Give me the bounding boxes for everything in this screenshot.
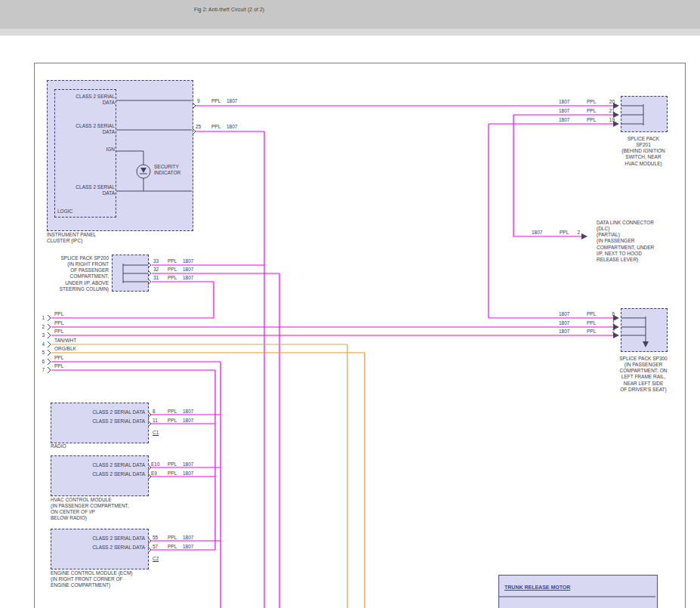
radio-pin8-circuit: 1807: [183, 409, 193, 415]
sp201-box: [621, 96, 668, 132]
ipc-class2-label-2: CLASS 2 SERIAL DATA: [53, 123, 115, 135]
radio-pin8-number: 8: [153, 409, 156, 415]
hvac-class2-label-1: CLASS 2 SERIAL DATA: [55, 462, 145, 468]
ecm-pin55-circuit: 1807: [183, 535, 193, 541]
hvac-pinE10-color: PPL: [168, 461, 177, 468]
sp300-row1-pin: 6: [603, 311, 615, 317]
radio-class2-label-2: CLASS 2 SERIAL DATA: [55, 418, 145, 424]
ecm-pin57-circuit: 1807: [183, 544, 193, 550]
sp300-row3-pin: 2: [603, 329, 615, 335]
hvac-class2-label-2: CLASS 2 SERIAL DATA: [55, 471, 145, 477]
sp200-pin33-color: PPL: [168, 258, 177, 264]
ipc-class2-label-1: CLASS 2 SERIAL DATA: [53, 94, 115, 106]
trunk-release-motor-box: [498, 575, 658, 608]
sp201-row1-circuit: 1807: [559, 99, 569, 105]
wiring-diagram-page: Fig 2: Anti-theft Circuit (2 of 2): [0, 0, 700, 608]
ecm-pin55-color: PPL: [168, 535, 177, 541]
sp300-row2-color: PPL: [587, 320, 596, 326]
dlc-circuit: 1807: [532, 230, 542, 236]
sp200-pin31-number: 31: [153, 275, 159, 281]
hvac-pinE9-circuit: 1807: [183, 471, 193, 477]
left-pin2-number: 2: [35, 324, 45, 330]
dlc-color: PPL: [560, 230, 569, 236]
security-indicator-label: SECURITY INDICATOR: [154, 164, 180, 176]
radio-caption: RADIO: [51, 443, 66, 449]
title-bar-lower-strip: [0, 29, 700, 35]
trunk-release-motor-link[interactable]: TRUNK RELEASE MOTOR: [504, 585, 570, 591]
hvac-pinE9-number: E9: [151, 471, 157, 477]
ipc-pin9-circuit: 1807: [227, 98, 237, 104]
radio-pin8-color: PPL: [168, 409, 177, 415]
left-pin3-number: 3: [35, 332, 45, 338]
left-pin5-color: ORG/BLK: [54, 346, 76, 352]
left-pin3-color: PPL: [54, 329, 63, 335]
dlc-caption: DATA LINK CONNECTOR (DLC) (PARTIAL) (IN …: [597, 220, 683, 263]
left-pin4-number: 4: [35, 341, 45, 347]
left-pin6-number: 6: [35, 359, 45, 365]
hvac-pinE9-color: PPL: [168, 471, 177, 477]
ecm-pin55-number: 55: [153, 535, 158, 541]
left-pin2-color: PPL: [54, 320, 63, 326]
sp300-row1-circuit: 1807: [559, 311, 569, 317]
radio-pin11-number: 11: [153, 418, 158, 424]
ecm-class2-label-1: CLASS 2 SERIAL DATA: [55, 535, 145, 542]
figure-title: Fig 2: Anti-theft Circuit (2 of 2): [194, 7, 264, 13]
sp300-row2-circuit: 1807: [559, 320, 569, 326]
sp201-row2-circuit: 1807: [559, 108, 569, 114]
left-pin7-color: PPL: [54, 363, 63, 369]
ecm-pin57-color: PPL: [168, 544, 177, 550]
title-bar: [0, 0, 700, 29]
ipc-logic-label: LOGIC: [57, 208, 72, 214]
sp200-pin32-circuit: 1807: [183, 267, 193, 273]
sp300-row1-color: PPL: [587, 311, 596, 317]
left-pin1-color: PPL: [54, 311, 63, 317]
sp200-pin33-number: 33: [153, 258, 159, 264]
sp200-pin31-color: PPL: [168, 275, 177, 281]
hvac-pinE10-circuit: 1807: [183, 461, 193, 468]
ipc-pin25-wire-color: PPL: [211, 124, 220, 130]
sp300-caption: SPLICE PACK SP300 (IN PASSENGER COMPARTM…: [602, 356, 685, 393]
sp200-pin32-number: 32: [153, 267, 159, 273]
sp201-row3-pin: 19: [603, 117, 615, 123]
sp300-box: [621, 308, 668, 352]
hvac-caption: HVAC CONTROL MODULE (IN PASSENGER COMPAR…: [51, 497, 129, 522]
hvac-pinE10-number: E10: [151, 461, 160, 468]
sp201-caption: SPLICE PACK SP201 (BEHIND IGNITION SWITC…: [602, 136, 685, 167]
sp300-row2-pin: 1: [603, 320, 615, 326]
radio-pin11-color: PPL: [168, 418, 177, 424]
sp201-row3-circuit: 1807: [559, 117, 569, 123]
ipc-pin25-circuit: 1807: [227, 124, 237, 130]
sp200-box: [112, 255, 149, 292]
sp200-pin33-circuit: 1807: [183, 258, 193, 264]
dlc-pin: 2: [571, 230, 580, 236]
left-pin5-number: 5: [35, 350, 45, 356]
ipc-class2-label-3: CLASS 2 SERIAL DATA: [53, 184, 115, 196]
sp300-row3-color: PPL: [587, 329, 596, 335]
ecm-caption: ENGINE CONTROL MODULE (ECM) (IN RIGHT FR…: [51, 570, 132, 588]
sp201-row1-color: PPL: [587, 99, 596, 105]
ipc-caption: INSTRUMENT PANEL CLUSTER (IPC): [47, 232, 96, 244]
ecm-pin57-number: 57: [153, 544, 158, 550]
sp200-caption: SPLICE PACK SP200 (IN RIGHT FRONT OF PAS…: [45, 255, 109, 292]
ipc-pin9-wire-color: PPL: [211, 98, 220, 104]
left-pin6-color: PPL: [54, 355, 63, 361]
sp201-row2-color: PPL: [587, 108, 596, 114]
sp201-row3-color: PPL: [587, 117, 596, 123]
radio-class2-label-1: CLASS 2 SERIAL DATA: [55, 409, 145, 415]
ipc-pin9-number: 9: [197, 98, 200, 104]
sp200-pin32-color: PPL: [168, 267, 177, 273]
sp300-row3-circuit: 1807: [559, 329, 569, 335]
ipc-ign-label: IGN: [53, 147, 115, 153]
radio-pin11-circuit: 1807: [183, 418, 193, 424]
ipc-pin25-number: 25: [196, 124, 201, 130]
left-pin7-number: 7: [35, 367, 45, 373]
ecm-connector-id: C2: [153, 556, 159, 562]
sp201-row1-pin: 20: [603, 99, 615, 105]
sp200-pin31-circuit: 1807: [183, 275, 193, 281]
sp201-row2-pin: 21: [603, 108, 615, 114]
radio-connector-id: C1: [153, 430, 159, 436]
ipc-logic-box: [54, 89, 116, 218]
left-pin1-number: 1: [35, 315, 45, 321]
left-pin4-color: TAN/WHT: [54, 338, 76, 344]
ecm-class2-label-2: CLASS 2 SERIAL DATA: [55, 545, 145, 551]
